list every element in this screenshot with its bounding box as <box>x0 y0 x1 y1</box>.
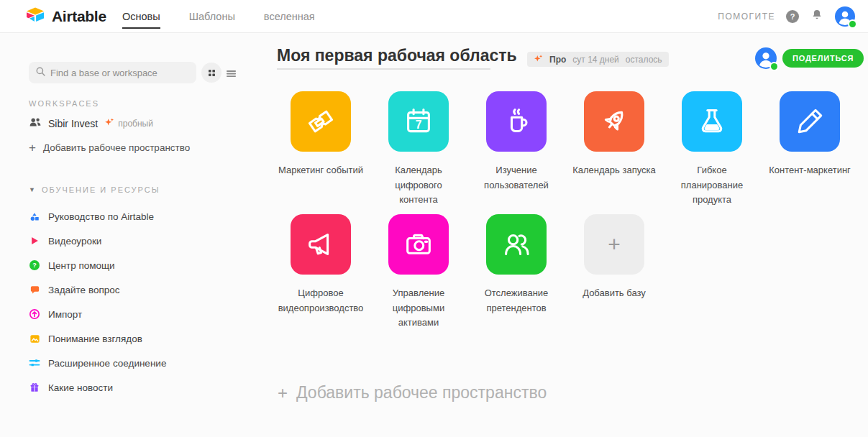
nav-tab[interactable]: вселенная <box>264 11 315 22</box>
workspaces-header: WORKSPACES <box>29 99 99 108</box>
learning-item-label: Понимание взглядов <box>48 334 142 344</box>
help-link[interactable]: ПОМОГИТЕ <box>718 12 775 22</box>
learning-list: Руководство по AirtableВидеоуроки ?Центр… <box>29 204 166 400</box>
grid-view-toggle[interactable] <box>201 63 221 83</box>
sidebar-learning-item[interactable]: Понимание взглядов <box>29 326 166 351</box>
learning-item-label: Центр помощи <box>48 260 115 271</box>
share-button[interactable]: ПОДЕЛИТЬСЯ <box>782 49 864 68</box>
image-icon <box>29 333 40 344</box>
sidebar-learning-item[interactable]: Импорт <box>29 302 166 326</box>
sliders-icon <box>29 357 40 369</box>
gift-icon <box>29 382 40 393</box>
search-icon <box>35 66 46 80</box>
navbar-right: ПОМОГИТЕ ? <box>718 0 855 33</box>
plus-icon: + <box>278 385 288 402</box>
help-circle-icon: ? <box>29 259 40 271</box>
base-card-label: Календарь запуска <box>570 163 658 178</box>
nav-tab[interactable]: Основы <box>122 11 160 22</box>
sparkle-icon <box>104 117 114 130</box>
sidebar-learning-item[interactable]: Руководство по Airtable <box>29 204 166 229</box>
plan-time-left: сут 14 дней <box>572 55 619 65</box>
people-icon <box>29 116 42 131</box>
pencil-icon <box>780 91 840 152</box>
presence-dot <box>849 21 856 27</box>
upload-icon <box>29 308 40 320</box>
base-card-label: Отслеживание претендентов <box>472 286 560 316</box>
base-card[interactable]: Календарь запуска <box>565 91 663 178</box>
add-workspace-button[interactable]: + Добавить рабочее пространство <box>29 142 190 154</box>
base-card[interactable]: Изучение пользователей <box>467 91 565 193</box>
plus-icon: + <box>29 142 36 154</box>
plan-remaining-label: осталось <box>626 55 662 65</box>
plan-trial-badge[interactable]: Про сут 14 дней осталось <box>527 52 669 67</box>
learning-item-label: Задайте вопрос <box>48 285 119 295</box>
camera-icon <box>388 214 449 275</box>
learning-item-label: Видеоуроки <box>48 236 101 247</box>
chevron-down-icon: ▼ <box>29 186 37 193</box>
sidebar-learning-item[interactable]: Расширенное соединение <box>29 351 166 375</box>
chat-icon <box>29 284 40 295</box>
sidebar-workspace-sibir-invest[interactable]: Sibir Invest пробный <box>29 116 153 131</box>
base-card[interactable]: Маркетинг событий <box>272 91 370 178</box>
shapes-icon <box>29 211 40 222</box>
add-base-label: Добавить базу <box>570 286 658 301</box>
base-card-label: Изучение пользователей <box>472 163 560 193</box>
learning-item-label: Расширенное соединение <box>48 358 166 369</box>
bell-icon[interactable] <box>810 8 824 25</box>
sidebar-learning-item[interactable]: Какие новости <box>29 375 166 400</box>
calendar-icon: 7 <box>388 91 449 152</box>
sidebar-learning-item[interactable]: ?Центр помощи <box>29 253 166 277</box>
base-card-label: Контент-маркетинг <box>766 163 854 178</box>
learning-item-label: Импорт <box>48 309 82 320</box>
airtable-logo[interactable]: Airtable <box>25 6 106 27</box>
primary-tabs: ОсновыШаблонывселенная <box>122 0 315 33</box>
title-underline <box>277 68 490 70</box>
brand-name: Airtable <box>52 8 106 25</box>
top-navbar: Airtable ОсновыШаблонывселенная ПОМОГИТЕ… <box>0 0 868 33</box>
add-base-button[interactable]: + Добавить базу <box>565 214 663 301</box>
search-box[interactable] <box>29 62 196 83</box>
learning-item-label: Какие новости <box>48 382 113 393</box>
nav-tab[interactable]: Шаблоны <box>189 11 235 22</box>
collaborator-avatar[interactable] <box>755 47 777 69</box>
airtable-logo-icon <box>25 6 45 27</box>
search-input[interactable] <box>50 68 190 78</box>
plan-name: Про <box>549 55 566 65</box>
page-title: Моя первая рабочая область <box>277 46 517 65</box>
learning-section-header[interactable]: ▼ ОБУЧЕНИЕ И РЕСУРСЫ <box>29 185 160 194</box>
workspace-name: Sibir Invest <box>48 118 98 129</box>
base-card[interactable]: Контент-маркетинг <box>761 91 859 178</box>
sidebar-learning-item[interactable]: Видеоуроки <box>29 229 166 253</box>
people-icon <box>486 214 547 275</box>
flask-icon <box>682 91 742 152</box>
base-card-label: Гибкое планирование продукта <box>668 163 756 208</box>
learning-item-label: Руководство по Airtable <box>48 211 154 222</box>
user-avatar[interactable] <box>835 6 855 27</box>
plus-icon: + <box>584 214 644 275</box>
share-area: ПОДЕЛИТЬСЯ <box>755 47 864 69</box>
rocket-icon <box>584 91 644 152</box>
sparkle-icon <box>534 53 543 66</box>
add-workspace-bottom-button[interactable]: + Добавить рабочее пространство <box>278 383 547 402</box>
sidebar-learning-item[interactable]: Задайте вопрос <box>29 277 166 302</box>
trial-badge: пробный <box>104 117 153 130</box>
base-card[interactable]: Управление цифровыми активами <box>370 214 467 331</box>
list-view-toggle[interactable] <box>224 67 237 80</box>
base-card[interactable]: Гибкое планирование продукта <box>663 91 761 208</box>
base-card[interactable]: Отслеживание претендентов <box>467 214 565 316</box>
svg-text:?: ? <box>32 262 37 269</box>
svg-text:7: 7 <box>416 119 422 131</box>
base-card-label: Календарь цифрового контента <box>375 163 462 208</box>
trial-label: пробный <box>118 119 153 129</box>
ticket-icon <box>291 91 351 152</box>
base-card-label: Управление цифровыми активами <box>375 286 462 331</box>
base-card-label: Цифровое видеопроизводство <box>277 286 365 316</box>
question-icon[interactable]: ? <box>786 10 799 23</box>
base-card[interactable]: 7Календарь цифрового контента <box>370 91 467 208</box>
presence-dot <box>771 63 777 70</box>
coffee-icon <box>486 91 547 152</box>
workspace-title-dropdown[interactable]: Моя первая рабочая область ▼ <box>277 46 535 65</box>
base-card[interactable]: Цифровое видеопроизводство <box>272 214 370 316</box>
base-card-label: Маркетинг событий <box>277 163 365 178</box>
airtable-home: Airtable ОсновыШаблонывселенная ПОМОГИТЕ… <box>0 0 868 437</box>
